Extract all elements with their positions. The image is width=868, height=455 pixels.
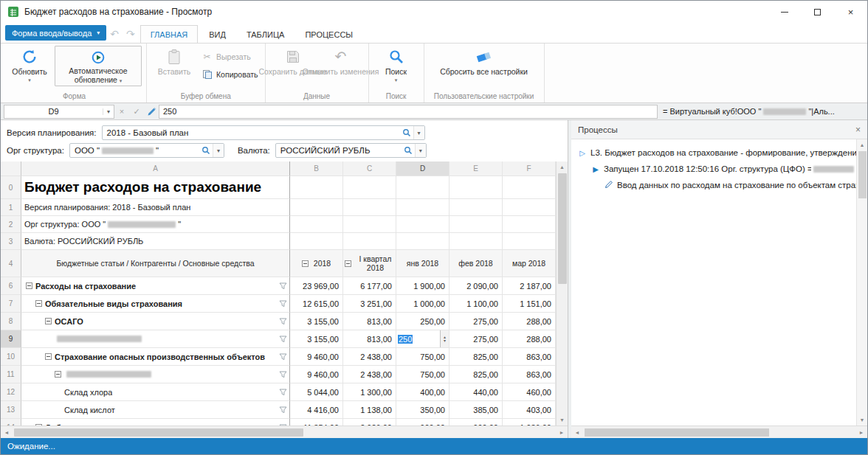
reset-settings-button[interactable]: Сбросить все настройки (429, 46, 540, 76)
column-header-e[interactable]: E (450, 161, 503, 176)
filter-icon[interactable] (279, 371, 287, 378)
process-item-root[interactable]: ▷ L3. Бюджет расходов на страхование - ф… (571, 145, 856, 161)
empty-cell-B3[interactable] (290, 233, 343, 250)
formula-wizard-icon[interactable] (144, 107, 159, 117)
value-cell-e13[interactable]: 385,00 (450, 401, 503, 419)
filter-icon[interactable] (279, 300, 287, 308)
empty-cell-D0[interactable] (396, 176, 450, 199)
chevron-down-icon[interactable]: ▾ (103, 108, 114, 115)
value-cell-c12[interactable]: 1 300,00 (343, 383, 396, 401)
empty-cell-E0[interactable] (450, 176, 503, 199)
value-cell-f12[interactable]: 460,00 (503, 383, 556, 401)
value-cell-e14[interactable]: 990,00 (450, 419, 503, 426)
cut-button[interactable]: ✂ Вырезать (199, 49, 261, 64)
value-cell-f9[interactable]: 288,00 (503, 330, 556, 348)
value-cell-b11[interactable]: 9 460,00 (290, 366, 343, 383)
budget-item-cell-9[interactable] (21, 330, 290, 348)
vertical-scrollbar[interactable]: ▲ ▼ (856, 139, 867, 426)
value-cell-e11[interactable]: 825,00 (450, 366, 503, 383)
version-select[interactable]: 2018 - Базовый план ▾ (102, 125, 425, 140)
info-cell-2[interactable]: Орг структура: ООО "" (21, 216, 290, 233)
process-item-data-entry[interactable]: Ввод данных по расходам на страхование п… (571, 177, 856, 193)
value-cell-d11[interactable]: 750,00 (396, 366, 450, 383)
info-cell-1[interactable]: Версия планирования: 2018 - Базовый план (21, 199, 290, 216)
row-header-6[interactable]: 6 (1, 277, 21, 295)
value-cell-b13[interactable]: 4 416,00 (290, 401, 343, 419)
value-cell-b10[interactable]: 9 460,00 (290, 348, 343, 366)
row-header-11[interactable]: 11 (1, 366, 21, 383)
minimize-button[interactable] (768, 1, 801, 23)
filter-icon[interactable] (279, 282, 287, 290)
value-cell-f6[interactable]: 2 187,00 (503, 277, 556, 295)
empty-cell-B1[interactable] (290, 199, 343, 216)
row-header-14[interactable]: 14 (1, 419, 21, 426)
period-header-d[interactable]: янв 2018 (396, 250, 450, 277)
value-cell-c6[interactable]: 6 177,00 (343, 277, 396, 295)
scroll-left-icon[interactable]: ◄ (1, 426, 13, 438)
collapse-toggle-icon[interactable] (45, 353, 52, 360)
budget-item-cell-10[interactable]: Страхование опасных производственных объ… (21, 348, 290, 366)
row-header-2[interactable]: 2 (1, 216, 21, 233)
row-header-13[interactable]: 13 (1, 401, 21, 419)
budget-items-header[interactable]: Бюджетные статьи / Контрагенты / Основны… (21, 250, 290, 277)
scrollbar-thumb[interactable] (858, 151, 867, 198)
undo-changes-button[interactable]: ↶ Отменить изменения (318, 46, 364, 76)
row-header-9[interactable]: 9 (1, 330, 21, 348)
value-cell-b14[interactable]: 11 354,00 (290, 419, 343, 426)
empty-cell-D2[interactable] (396, 216, 450, 233)
value-cell-f14[interactable]: 1 036,00 (503, 419, 556, 426)
empty-cell-C1[interactable] (343, 199, 396, 216)
formula-input[interactable]: 250 (159, 105, 658, 119)
column-header-c[interactable]: C (343, 161, 396, 176)
value-cell-b8[interactable]: 3 155,00 (290, 313, 343, 330)
row-header-10[interactable]: 10 (1, 348, 21, 366)
budget-item-cell-7[interactable]: Обязательные виды страхования (21, 295, 290, 313)
cancel-icon[interactable]: × (114, 107, 129, 116)
row-header-8[interactable]: 8 (1, 313, 21, 330)
value-cell-c7[interactable]: 3 251,00 (343, 295, 396, 313)
value-cell-e12[interactable]: 440,00 (450, 383, 503, 401)
value-cell-c9[interactable]: 813,00 (343, 330, 396, 348)
value-cell-e10[interactable]: 825,00 (450, 348, 503, 366)
expand-icon[interactable]: ▷ (577, 149, 588, 157)
filter-icon[interactable] (279, 389, 287, 396)
empty-cell-D3[interactable] (396, 233, 450, 250)
value-cell-c13[interactable]: 1 138,00 (343, 401, 396, 419)
value-cell-f7[interactable]: 1 151,00 (503, 295, 556, 313)
empty-cell-C0[interactable] (343, 176, 396, 199)
empty-cell-D1[interactable] (396, 199, 450, 216)
value-cell-c11[interactable]: 2 438,00 (343, 366, 396, 383)
budget-item-cell-6[interactable]: Расходы на страхование (21, 277, 290, 295)
value-cell-c8[interactable]: 813,00 (343, 313, 396, 330)
budget-item-cell-8[interactable]: ОСАГО (21, 313, 290, 330)
collapse-toggle-icon[interactable] (26, 282, 32, 289)
search-icon[interactable] (400, 128, 413, 137)
process-item-launched[interactable]: ▶ Запущен 17.10.2018 12:50:16 Орг. струк… (571, 161, 856, 177)
auto-refresh-button[interactable]: Автоматическое обновление ▾ (55, 46, 142, 86)
period-header-b[interactable]: 2018 (290, 250, 343, 277)
chevron-down-icon[interactable]: ▾ (213, 144, 224, 157)
scroll-right-icon[interactable]: ► (556, 426, 568, 438)
empty-cell-B0[interactable] (290, 176, 343, 199)
value-cell-d12[interactable]: 400,00 (396, 383, 450, 401)
undo-icon[interactable]: ↶ (106, 28, 123, 40)
collapse-toggle-icon[interactable] (345, 260, 351, 267)
filter-icon[interactable] (279, 336, 287, 343)
empty-cell-F3[interactable] (503, 233, 556, 250)
tab-view[interactable]: ВИД (199, 26, 235, 43)
chevron-down-icon[interactable]: ▾ (413, 126, 424, 139)
budget-item-cell-14[interactable]: Добровольные виды страхования (21, 419, 290, 426)
scroll-down-icon[interactable]: ▼ (857, 414, 867, 426)
scrollbar-thumb[interactable] (585, 428, 769, 437)
close-icon[interactable]: × (855, 125, 861, 135)
value-spinner[interactable]: ▴▾ (440, 330, 449, 347)
value-cell-d8[interactable]: 250,00 (396, 313, 450, 330)
empty-cell-F2[interactable] (503, 216, 556, 233)
empty-cell-F0[interactable] (503, 176, 556, 199)
row-header-0[interactable]: 0 (1, 176, 21, 199)
row-header-3[interactable]: 3 (1, 233, 21, 250)
column-header-b[interactable]: B (290, 161, 343, 176)
scroll-down-icon[interactable]: ▼ (557, 414, 568, 426)
info-cell-3[interactable]: Валюта: РОССИЙСКИЙ РУБЛЬ (21, 233, 290, 250)
value-cell-f10[interactable]: 863,00 (503, 348, 556, 366)
